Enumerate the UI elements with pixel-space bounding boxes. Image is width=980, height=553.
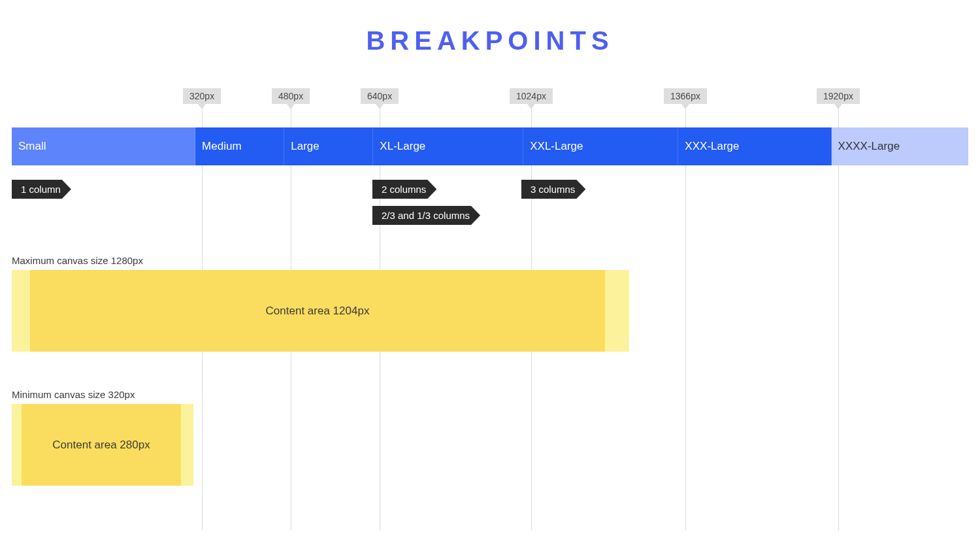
page-title: BREAKPOINTS	[0, 26, 980, 56]
breakpoint-segment: Large	[284, 127, 373, 165]
marker-label: 1366px	[664, 88, 707, 104]
breakpoint-segment: Small	[12, 127, 195, 165]
column-tag: 1 column	[12, 180, 71, 199]
max-canvas-caption: Maximum canvas size 1280px	[12, 255, 143, 266]
breakpoint-segment: XL-Large	[373, 127, 523, 165]
marker-label: 1024px	[510, 88, 553, 104]
breakpoint-marker: 640px	[361, 88, 399, 104]
max-canvas-content-label: Content area 1204px	[266, 305, 370, 318]
breakpoint-marker: 480px	[272, 88, 310, 104]
breakpoint-marker: 1366px	[664, 88, 707, 104]
breakpoint-marker: 1920px	[817, 88, 860, 104]
min-canvas-content: Content area 280px	[22, 404, 181, 486]
breakpoint-segment: XXXX-Large	[832, 127, 968, 165]
breakpoint-marker: 1024px	[510, 88, 553, 104]
marker-gridline	[685, 105, 686, 530]
column-tag: 2/3 and 1/3 columns	[372, 206, 480, 225]
marker-label: 480px	[272, 88, 310, 104]
min-canvas-content-label: Content area 280px	[52, 439, 150, 452]
max-canvas-content: Content area 1204px	[30, 270, 605, 352]
marker-label: 1920px	[817, 88, 860, 104]
breakpoint-band: SmallMediumLargeXL-LargeXXL-LargeXXX-Lar…	[12, 127, 968, 165]
breakpoint-segment: Medium	[195, 127, 284, 165]
column-tag: 3 columns	[521, 180, 585, 199]
marker-label: 320px	[183, 88, 221, 104]
breakpoint-segment: XXX-Large	[678, 127, 831, 165]
breakpoint-marker: 320px	[183, 88, 221, 104]
marker-label: 640px	[361, 88, 399, 104]
marker-gridline	[838, 105, 839, 530]
breakpoints-diagram: 320px480px640px1024px1366px1920px SmallM…	[0, 88, 980, 546]
breakpoint-segment: XXL-Large	[523, 127, 678, 165]
min-canvas-caption: Minimum canvas size 320px	[12, 389, 135, 400]
column-tag: 2 columns	[372, 180, 436, 199]
